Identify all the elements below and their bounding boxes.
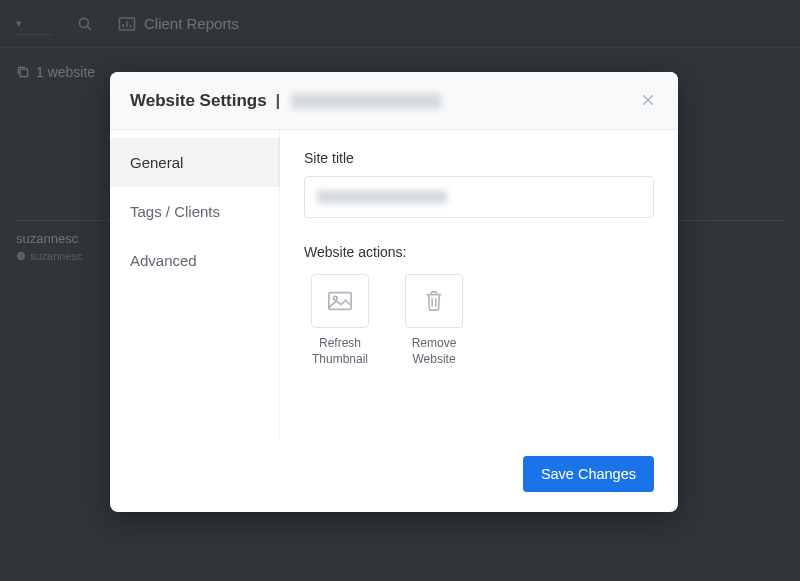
refresh-thumbnail-label: Refresh Thumbnail bbox=[304, 336, 376, 367]
site-title-label: Site title bbox=[304, 150, 654, 166]
trash-icon bbox=[424, 289, 444, 313]
tab-general[interactable]: General bbox=[110, 138, 280, 187]
site-title-input[interactable] bbox=[304, 176, 654, 218]
svg-rect-10 bbox=[329, 293, 351, 310]
modal-body: General Tags / Clients Advanced Site tit… bbox=[110, 130, 678, 440]
modal-title-prefix: Website Settings bbox=[130, 91, 267, 110]
remove-website-label: Remove Website bbox=[398, 336, 470, 367]
remove-website-button[interactable]: Remove Website bbox=[398, 274, 470, 367]
modal-title-site bbox=[291, 93, 441, 109]
modal-header: Website Settings | bbox=[110, 72, 678, 130]
general-panel: Site title Website actions: bbox=[280, 130, 678, 440]
website-actions-label: Website actions: bbox=[304, 244, 654, 260]
website-actions: Refresh Thumbnail Remove Website bbox=[304, 274, 654, 367]
close-button[interactable] bbox=[634, 86, 662, 114]
modal-title-separator: | bbox=[275, 91, 280, 110]
svg-point-11 bbox=[334, 296, 338, 300]
image-icon bbox=[327, 290, 353, 312]
tab-tags-clients[interactable]: Tags / Clients bbox=[110, 187, 279, 236]
refresh-thumbnail-button[interactable]: Refresh Thumbnail bbox=[304, 274, 376, 367]
modal-title: Website Settings | bbox=[130, 91, 441, 111]
settings-tabs: General Tags / Clients Advanced bbox=[110, 130, 280, 440]
website-settings-modal: Website Settings | General Tags / Client… bbox=[110, 72, 678, 512]
site-title-value bbox=[317, 190, 447, 204]
tab-advanced[interactable]: Advanced bbox=[110, 236, 279, 285]
save-changes-button[interactable]: Save Changes bbox=[523, 456, 654, 492]
modal-footer: Save Changes bbox=[110, 440, 678, 512]
close-icon bbox=[640, 92, 656, 108]
